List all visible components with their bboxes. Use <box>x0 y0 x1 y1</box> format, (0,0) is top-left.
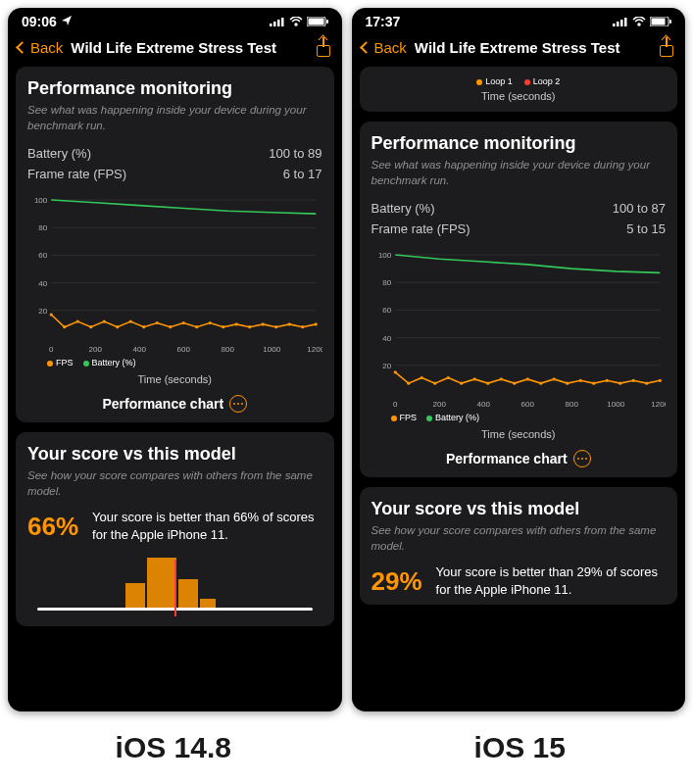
x-axis-label: Time (seconds) <box>371 428 667 440</box>
svg-point-80 <box>539 382 542 385</box>
battery-stat: Battery (%) 100 to 87 <box>371 198 667 219</box>
fps-label: Frame rate (FPS) <box>371 221 470 236</box>
svg-point-27 <box>89 325 92 328</box>
svg-text:80: 80 <box>38 223 47 232</box>
score-card: Your score vs this model See how your sc… <box>16 432 334 626</box>
svg-rect-50 <box>652 19 666 25</box>
score-text: Your score is better than 29% of scores … <box>436 564 666 599</box>
svg-text:800: 800 <box>222 345 235 354</box>
svg-point-36 <box>209 321 212 324</box>
svg-point-73 <box>446 376 449 379</box>
svg-point-42 <box>288 322 291 325</box>
back-button[interactable]: Back <box>18 39 63 56</box>
svg-point-71 <box>420 376 422 379</box>
svg-point-37 <box>222 325 224 328</box>
svg-text:600: 600 <box>177 345 191 354</box>
svg-point-28 <box>103 320 106 323</box>
wifi-icon <box>289 14 303 29</box>
status-time: 17:37 <box>366 14 401 29</box>
svg-point-87 <box>631 379 634 382</box>
perf-link-label: Performance chart <box>446 451 568 466</box>
ellipsis-icon <box>229 395 247 413</box>
svg-rect-48 <box>624 18 627 26</box>
svg-point-40 <box>262 322 265 325</box>
performance-card: Performance monitoring See what was happ… <box>16 67 334 422</box>
battery-stat: Battery (%) 100 to 89 <box>27 143 322 164</box>
svg-point-26 <box>76 320 79 323</box>
score-card: Your score vs this model See how your sc… <box>360 487 678 605</box>
signal-icon <box>613 14 628 29</box>
page-title: Wild Life Extreme Stress Test <box>71 39 308 56</box>
svg-text:0: 0 <box>393 400 398 409</box>
svg-rect-46 <box>617 22 619 26</box>
fps-label: Frame rate (FPS) <box>27 167 126 181</box>
svg-rect-0 <box>270 24 272 26</box>
chart-legend: FPS Battery (%) <box>371 413 667 422</box>
battery-icon <box>650 14 671 29</box>
chart-legend: FPS Battery (%) <box>27 358 322 368</box>
svg-point-89 <box>658 379 661 382</box>
location-icon <box>61 14 73 29</box>
svg-text:40: 40 <box>38 279 47 288</box>
status-bar: 09:06 <box>8 8 342 31</box>
phone-left: 09:06 Back Wild <box>8 8 342 711</box>
svg-point-41 <box>274 325 277 328</box>
back-button[interactable]: Back <box>362 39 407 56</box>
perf-subtext: See what was happening inside your devic… <box>371 158 667 188</box>
svg-rect-6 <box>326 20 328 24</box>
back-label: Back <box>374 39 407 56</box>
svg-text:100: 100 <box>377 251 391 260</box>
svg-point-82 <box>566 382 569 385</box>
score-percent: 66% <box>27 512 78 542</box>
share-button[interactable] <box>315 37 332 57</box>
svg-point-38 <box>235 322 238 325</box>
ellipsis-icon <box>573 450 591 467</box>
svg-text:200: 200 <box>432 400 446 409</box>
svg-text:100: 100 <box>34 196 48 205</box>
svg-point-83 <box>578 379 581 382</box>
svg-text:1200: 1200 <box>307 345 322 354</box>
svg-point-32 <box>156 321 159 324</box>
svg-text:20: 20 <box>38 307 47 316</box>
svg-rect-5 <box>308 19 323 25</box>
svg-point-44 <box>315 322 318 325</box>
page-title: Wild Life Extreme Stress Test <box>415 39 652 56</box>
performance-chart-button[interactable]: Performance chart <box>27 395 322 413</box>
chevron-left-icon <box>16 41 28 54</box>
perf-heading: Performance monitoring <box>371 133 667 154</box>
svg-point-30 <box>129 320 132 323</box>
svg-point-35 <box>195 325 198 328</box>
svg-text:200: 200 <box>89 345 103 354</box>
fps-value: 6 to 17 <box>283 167 322 181</box>
svg-point-25 <box>63 325 66 328</box>
footer-label-right: iOS 15 <box>353 721 688 776</box>
wifi-icon <box>632 14 646 29</box>
status-bar: 17:37 <box>352 8 686 31</box>
score-percent: 29% <box>371 566 422 597</box>
svg-text:20: 20 <box>382 362 391 370</box>
performance-chart-button[interactable]: Performance chart <box>371 450 667 467</box>
svg-rect-3 <box>281 18 284 26</box>
footer-label-left: iOS 14.8 <box>6 721 341 776</box>
x-axis-label: Time (seconds) <box>27 373 322 385</box>
svg-point-86 <box>619 382 621 385</box>
battery-value: 100 to 89 <box>269 146 322 161</box>
x-axis-label: Time (seconds) <box>370 90 668 102</box>
score-heading: Your score vs this model <box>27 444 322 465</box>
svg-point-39 <box>248 325 251 328</box>
svg-point-72 <box>433 382 436 385</box>
svg-rect-2 <box>277 20 280 26</box>
battery-label: Battery (%) <box>27 146 91 161</box>
fps-stat: Frame rate (FPS) 5 to 15 <box>371 219 667 239</box>
svg-text:1200: 1200 <box>651 400 666 409</box>
fps-value: 5 to 15 <box>626 221 666 236</box>
perf-heading: Performance monitoring <box>27 78 322 99</box>
svg-text:1000: 1000 <box>263 345 280 354</box>
fps-stat: Frame rate (FPS) 6 to 17 <box>27 164 322 184</box>
battery-icon <box>307 14 328 29</box>
share-button[interactable] <box>658 37 675 57</box>
perf-link-label: Performance chart <box>102 396 223 412</box>
nav-bar: Back Wild Life Extreme Stress Test <box>352 31 686 67</box>
svg-text:400: 400 <box>133 345 147 354</box>
svg-text:80: 80 <box>382 278 391 287</box>
